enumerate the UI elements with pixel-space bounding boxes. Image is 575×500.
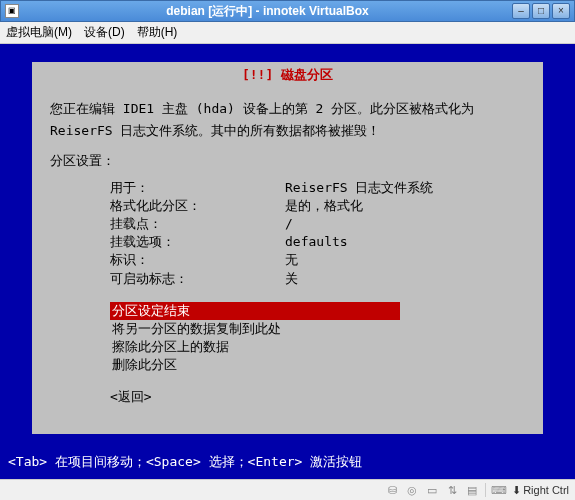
window-titlebar: ▣ debian [运行中] - innotek VirtualBox – □ … <box>0 0 575 22</box>
cd-icon: ◎ <box>405 483 419 497</box>
network-icon: ⇅ <box>445 483 459 497</box>
menu-machine[interactable]: 虚拟电脑(M) <box>6 24 72 41</box>
arrow-down-icon: ⬇ <box>512 484 521 497</box>
shared-folder-icon: ▤ <box>465 483 479 497</box>
go-back-button[interactable]: <返回> <box>110 388 525 406</box>
setting-use-as[interactable]: 用于： ReiserFS 日志文件系统 <box>110 179 525 197</box>
partition-settings: 用于： ReiserFS 日志文件系统 格式化此分区： 是的，格式化 挂载点： … <box>110 179 525 288</box>
dialog-title: [!!] 磁盘分区 <box>242 67 333 82</box>
action-delete-partition[interactable]: 删除此分区 <box>110 356 525 374</box>
dialog-title-row: [!!] 磁盘分区 <box>50 66 525 84</box>
description-line1: 您正在编辑 IDE1 主盘 (hda) 设备上的第 2 分区。此分区被格式化为 <box>50 100 525 118</box>
setting-label[interactable]: 标识： 无 <box>110 251 525 269</box>
action-done-setting-partition[interactable]: 分区设定结束 <box>110 302 400 320</box>
status-bar: ⛁ ◎ ▭ ⇅ ▤ ⌨ ⬇ Right Ctrl <box>0 479 575 500</box>
action-copy-data[interactable]: 将另一分区的数据复制到此处 <box>110 320 525 338</box>
app-icon: ▣ <box>5 4 19 18</box>
vm-display[interactable]: [!!] 磁盘分区 您正在编辑 IDE1 主盘 (hda) 设备上的第 2 分区… <box>0 44 575 479</box>
window-controls: – □ × <box>512 3 570 19</box>
minimize-button[interactable]: – <box>512 3 530 19</box>
action-list: 分区设定结束 将另一分区的数据复制到此处 擦除此分区上的数据 删除此分区 <box>110 302 525 375</box>
key-hints: <Tab> 在项目间移动；<Space> 选择；<Enter> 激活按钮 <box>8 453 362 471</box>
installer-dialog: [!!] 磁盘分区 您正在编辑 IDE1 主盘 (hda) 设备上的第 2 分区… <box>32 62 543 434</box>
setting-mount-point[interactable]: 挂载点： / <box>110 215 525 233</box>
setting-mount-options[interactable]: 挂载选项： defaults <box>110 233 525 251</box>
host-key-label: ⬇ Right Ctrl <box>512 484 569 497</box>
window-title: debian [运行中] - innotek VirtualBox <box>23 3 512 20</box>
menu-devices[interactable]: 设备(D) <box>84 24 125 41</box>
mouse-capture-icon: ⌨ <box>492 483 506 497</box>
floppy-icon: ▭ <box>425 483 439 497</box>
hdd-icon: ⛁ <box>385 483 399 497</box>
setting-bootable[interactable]: 可启动标志： 关 <box>110 270 525 288</box>
description-line2: ReiserFS 日志文件系统。其中的所有数据都将被摧毁！ <box>50 122 525 140</box>
close-button[interactable]: × <box>552 3 570 19</box>
action-erase-data[interactable]: 擦除此分区上的数据 <box>110 338 525 356</box>
maximize-button[interactable]: □ <box>532 3 550 19</box>
menu-help[interactable]: 帮助(H) <box>137 24 178 41</box>
settings-label: 分区设置： <box>50 152 525 170</box>
menu-bar: 虚拟电脑(M) 设备(D) 帮助(H) <box>0 22 575 44</box>
setting-format[interactable]: 格式化此分区： 是的，格式化 <box>110 197 525 215</box>
separator <box>485 483 486 497</box>
